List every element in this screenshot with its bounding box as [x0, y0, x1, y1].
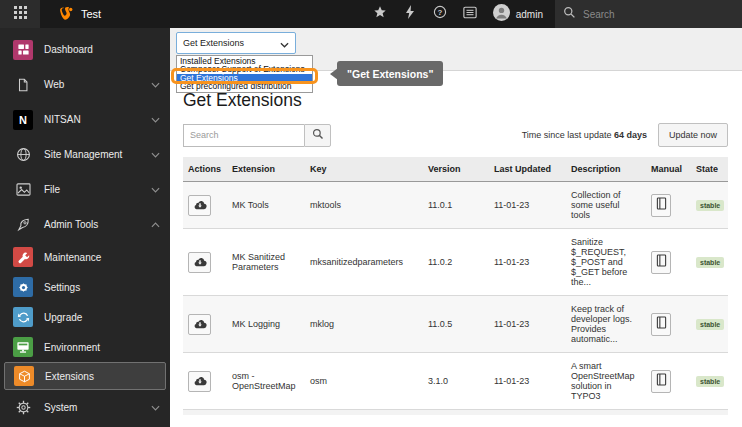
table-header-row: Actions Extension Key Version Last Updat…	[183, 157, 728, 182]
sidebar-item-web[interactable]: Web	[0, 67, 170, 102]
monitor-icon	[13, 337, 33, 357]
sidebar-item-extensions[interactable]: Extensions	[4, 362, 166, 390]
search-icon	[312, 128, 324, 142]
extension-key: osm	[305, 353, 423, 410]
clear-cache-button[interactable]	[395, 0, 425, 28]
chevron-down-icon	[151, 117, 160, 123]
topbar-search-input[interactable]	[583, 9, 713, 20]
annotation-callout: "Get Extensions"	[337, 61, 443, 86]
extension-key: mklog	[305, 296, 423, 353]
manual-button[interactable]	[651, 251, 671, 274]
extension-last-updated: 11-01-23	[489, 353, 566, 410]
extension-key: mktools	[305, 182, 423, 229]
sidebar-item-admin-tools[interactable]: Admin Tools	[0, 207, 170, 242]
extension-version: 11.0.1	[423, 182, 489, 229]
col-actions: Actions	[183, 157, 227, 182]
table-row: MK Logging mklog 11.0.5 11-01-23 Keep tr…	[183, 296, 728, 353]
manual-button[interactable]	[651, 313, 671, 336]
chevron-down-icon	[151, 405, 160, 411]
gear-icon	[13, 277, 33, 297]
sidebar-item-settings[interactable]: Settings	[0, 272, 170, 302]
extension-name: osm - OpenStreetMap	[227, 353, 305, 410]
globe-icon	[13, 145, 33, 165]
update-now-button[interactable]: Update now	[658, 123, 728, 147]
sidebar-item-site-management[interactable]: Site Management	[0, 137, 170, 172]
col-manual: Manual	[646, 157, 691, 182]
state-badge: stable	[696, 257, 724, 268]
avatar	[493, 4, 510, 25]
table-row: osm - OpenStreetMap osm 3.1.0 11-01-23 A…	[183, 353, 728, 410]
book-icon	[656, 373, 667, 389]
manual-button[interactable]	[651, 370, 671, 393]
brand[interactable]: Test	[40, 6, 101, 22]
dropdown-option[interactable]: Get preconfigured distribution	[177, 82, 312, 90]
opened-docs-button[interactable]	[455, 0, 485, 28]
table-row: MK Tools mktools 11.0.1 11-01-23 Collect…	[183, 182, 728, 229]
bolt-icon	[404, 5, 416, 23]
extension-last-updated: 11-01-23	[489, 182, 566, 229]
state-badge: stable	[696, 200, 724, 211]
col-extension: Extension	[227, 157, 305, 182]
help-button[interactable]: ?	[425, 0, 455, 28]
wrench-icon	[13, 247, 33, 267]
sidebar-item-system[interactable]: System	[0, 390, 170, 425]
dropdown-option[interactable]: Installed Extensions	[177, 57, 312, 65]
download-extension-button[interactable]	[188, 314, 211, 335]
sidebar-item-file[interactable]: File	[0, 172, 170, 207]
chevron-down-icon	[151, 152, 160, 158]
page-title: Get Extensions	[183, 90, 728, 111]
extension-search-button[interactable]	[304, 124, 331, 147]
document-icon	[13, 75, 33, 95]
list-icon	[463, 5, 477, 23]
cube-icon	[14, 366, 34, 386]
chevron-down-icon	[151, 82, 160, 88]
col-last-updated: Last Updated	[489, 157, 566, 182]
extension-description: Keep track of developer logs. Provides a…	[566, 296, 646, 353]
username-label: admin	[516, 9, 543, 20]
nitsan-icon: N	[13, 110, 33, 130]
download-extension-button[interactable]	[188, 252, 211, 273]
sidebar-item-dashboard[interactable]: Dashboard	[0, 32, 170, 67]
table-row: MK Sanitized Parameters mksanitizedparam…	[183, 229, 728, 296]
last-update-note: Time since last update 64 days	[522, 130, 647, 140]
bookmarks-button[interactable]	[365, 0, 395, 28]
state-badge: stable	[696, 319, 724, 330]
manual-button[interactable]	[651, 194, 671, 217]
extension-description: A smart OpenStreetMap solution in TYPO3	[566, 353, 646, 410]
user-menu[interactable]: admin	[485, 4, 555, 25]
extension-last-updated: 11-01-23	[489, 296, 566, 353]
extension-version: 3.1.0	[423, 353, 489, 410]
grid-icon	[14, 5, 27, 23]
sidebar-item-maintenance[interactable]: Maintenance	[0, 242, 170, 272]
module-function-select[interactable]: Get Extensions	[176, 32, 296, 54]
module-function-dropdown: Installed ExtensionsComposer Support of …	[176, 55, 313, 93]
sidebar-item-nitsan[interactable]: N NITSAN	[0, 102, 170, 137]
svg-text:N: N	[19, 114, 27, 126]
chevron-down-icon	[151, 187, 160, 193]
extension-name: MK Tools	[227, 182, 305, 229]
download-extension-button[interactable]	[188, 195, 211, 216]
site-name: Test	[81, 8, 101, 20]
book-icon	[656, 197, 667, 213]
last-update-value: 64 days	[614, 130, 647, 140]
sidebar-item-environment[interactable]: Environment	[0, 332, 170, 362]
toolbar: Time since last update 64 days Update no…	[183, 123, 728, 147]
book-icon	[656, 254, 667, 270]
modules-toggle-button[interactable]	[0, 0, 40, 28]
col-description: Description	[566, 157, 646, 182]
sidebar-item-upgrade[interactable]: Upgrade	[0, 302, 170, 332]
star-icon	[373, 5, 387, 23]
dashboard-icon	[13, 40, 33, 60]
select-value: Get Extensions	[183, 38, 280, 48]
extension-search-input[interactable]	[183, 124, 304, 147]
gear-outline-icon	[13, 398, 33, 418]
dropdown-option[interactable]: Get Extensions	[177, 74, 312, 82]
download-extension-button[interactable]	[188, 371, 211, 392]
search-icon	[563, 5, 576, 23]
dropdown-option[interactable]: Composer Support of Extensions	[177, 65, 312, 73]
cloud-download-icon	[193, 255, 207, 270]
svg-text:?: ?	[437, 8, 442, 17]
topbar-search	[555, 0, 742, 28]
rocket-icon	[13, 215, 33, 235]
extension-search-group	[183, 124, 331, 147]
